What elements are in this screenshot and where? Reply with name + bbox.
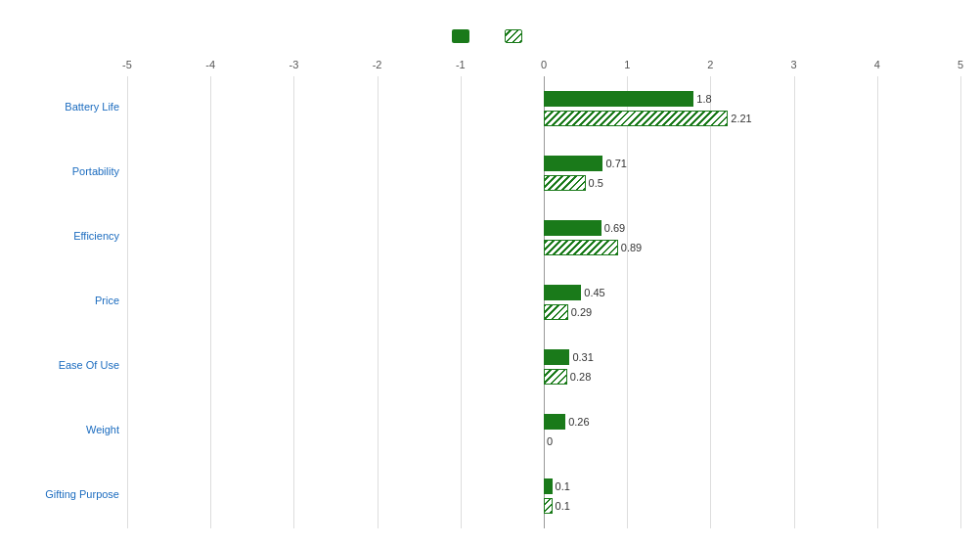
bar-hatched-row-2: 0.89 bbox=[127, 240, 960, 255]
bar-hatched-label-3: 0.29 bbox=[571, 304, 592, 320]
bar-hatched-label-5: 0 bbox=[547, 433, 553, 449]
bar-hatched-row-5: 0 bbox=[127, 433, 960, 449]
bar-hatched-2 bbox=[544, 240, 618, 255]
bar-solid-row-0: 1.8 bbox=[127, 91, 960, 107]
bar-hatched-label-6: 0.1 bbox=[556, 498, 570, 514]
bar-hatched-label-2: 0.89 bbox=[621, 240, 642, 255]
y-label-ease-of-use: Ease Of Use bbox=[20, 333, 127, 397]
bar-solid-row-6: 0.1 bbox=[127, 478, 960, 494]
bar-solid-2 bbox=[544, 220, 601, 236]
x-tick-2: 2 bbox=[707, 59, 713, 70]
bar-hatched-6 bbox=[544, 498, 553, 514]
y-label-weight: Weight bbox=[20, 397, 127, 462]
bar-hatched-1 bbox=[544, 175, 586, 191]
bar-solid-row-3: 0.45 bbox=[127, 285, 960, 300]
bar-solid-label-5: 0.26 bbox=[568, 414, 589, 430]
x-tick-3: 3 bbox=[791, 59, 797, 70]
x-tick-4: 4 bbox=[874, 59, 880, 70]
bar-hatched-3 bbox=[544, 304, 568, 320]
bar-pair-1: 0.710.5 bbox=[127, 141, 960, 205]
y-label-battery-life: Battery Life bbox=[20, 74, 127, 139]
bar-hatched-label-4: 0.28 bbox=[570, 369, 591, 385]
plot-area: -5-4-3-2-1012345 1.82.210.710.50.690.890… bbox=[127, 53, 960, 528]
bar-hatched-row-4: 0.28 bbox=[127, 369, 960, 385]
legend-item-top25 bbox=[452, 29, 475, 43]
x-tick--3: -3 bbox=[290, 59, 299, 70]
bar-pair-2: 0.690.89 bbox=[127, 205, 960, 270]
y-label-gifting-purpose: Gifting Purpose bbox=[20, 462, 127, 526]
x-tick--2: -2 bbox=[373, 59, 382, 70]
y-label-price: Price bbox=[20, 268, 127, 333]
bar-solid-row-1: 0.71 bbox=[127, 156, 960, 171]
bar-solid-row-2: 0.69 bbox=[127, 220, 960, 236]
bar-hatched-row-3: 0.29 bbox=[127, 304, 960, 320]
x-tick--1: -1 bbox=[456, 59, 466, 70]
x-tick--5: -5 bbox=[122, 59, 132, 70]
x-tick--4: -4 bbox=[205, 59, 215, 70]
bar-pair-6: 0.10.1 bbox=[127, 464, 960, 528]
y-label-efficiency: Efficiency bbox=[20, 204, 127, 268]
bar-solid-label-6: 0.1 bbox=[556, 478, 570, 494]
bar-solid-1 bbox=[544, 156, 602, 171]
bar-solid-label-0: 1.8 bbox=[696, 91, 711, 107]
bar-solid-row-5: 0.26 bbox=[127, 414, 960, 430]
bar-hatched-row-0: 2.21 bbox=[127, 111, 960, 126]
grid-line-5 bbox=[960, 76, 961, 528]
y-axis-labels: Battery LifePortabilityEfficiencyPriceEa… bbox=[20, 53, 127, 528]
bar-hatched-label-1: 0.5 bbox=[589, 175, 603, 191]
x-tick-1: 1 bbox=[624, 59, 630, 70]
bar-pair-0: 1.82.21 bbox=[127, 76, 960, 141]
bar-solid-label-3: 0.45 bbox=[584, 285, 604, 300]
x-tick-0: 0 bbox=[541, 59, 547, 70]
bar-hatched-row-6: 0.1 bbox=[127, 498, 960, 514]
bar-hatched-4 bbox=[544, 369, 567, 385]
bar-hatched-label-0: 2.21 bbox=[731, 111, 751, 126]
bar-solid-6 bbox=[544, 478, 553, 494]
bar-pair-5: 0.260 bbox=[127, 399, 960, 464]
x-tick-5: 5 bbox=[958, 59, 963, 70]
bar-solid-4 bbox=[544, 349, 569, 365]
bar-solid-0 bbox=[544, 91, 693, 107]
bar-hatched-0 bbox=[544, 111, 728, 126]
bar-solid-label-1: 0.71 bbox=[605, 156, 626, 171]
legend bbox=[20, 29, 960, 43]
bar-solid-5 bbox=[544, 414, 565, 430]
bar-solid-label-4: 0.31 bbox=[572, 349, 593, 365]
y-label-portability: Portability bbox=[20, 139, 127, 204]
bar-pair-4: 0.310.28 bbox=[127, 335, 960, 399]
bar-hatched-row-1: 0.5 bbox=[127, 175, 960, 191]
legend-solid-icon bbox=[452, 29, 469, 43]
chart-container: Battery LifePortabilityEfficiencyPriceEa… bbox=[0, 0, 980, 546]
legend-item-all bbox=[505, 29, 528, 43]
bar-solid-label-2: 0.69 bbox=[604, 220, 625, 236]
bar-solid-row-4: 0.31 bbox=[127, 349, 960, 365]
legend-hatched-icon bbox=[505, 29, 522, 43]
bar-solid-3 bbox=[544, 285, 581, 300]
bar-pair-3: 0.450.29 bbox=[127, 270, 960, 335]
